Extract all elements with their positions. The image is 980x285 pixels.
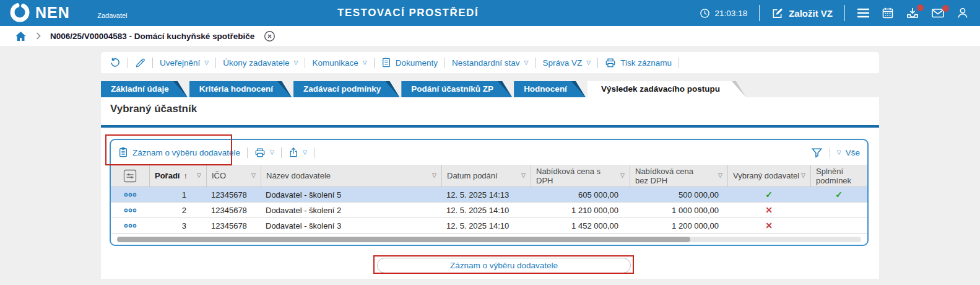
- chevron-down-icon: ▽: [294, 60, 298, 66]
- grid-export-button[interactable]: ▽: [288, 147, 307, 158]
- horizontal-scrollbar[interactable]: [117, 237, 861, 242]
- filter-caret-icon[interactable]: ▽: [251, 173, 256, 178]
- tab-fold: [173, 81, 188, 97]
- record-of-selection-footer-button[interactable]: Záznam o výběru dodavatele: [377, 258, 631, 273]
- top-header: NEN Zadavatel TESTOVACÍ PROSTŘEDÍ 21:03:…: [0, 0, 980, 26]
- filter-caret-icon[interactable]: ▽: [620, 173, 625, 178]
- history-button[interactable]: [110, 57, 121, 68]
- cell-poradi: 1: [149, 187, 206, 202]
- column-header-nazev[interactable]: Název dodavatele ▽: [261, 165, 441, 186]
- user-button[interactable]: [956, 7, 969, 19]
- column-header-ico[interactable]: IČO ▽: [206, 165, 261, 186]
- menu-sprava-vz[interactable]: Správa VZ▽: [542, 58, 591, 68]
- cell-nazev: Dodavatel - školení 2: [261, 203, 441, 217]
- cell-poradi: 3: [149, 218, 206, 233]
- breadcrumb: N006/25/V00004583 - Domácí kuchyňské spo…: [0, 26, 980, 46]
- close-tab-button[interactable]: [264, 30, 275, 42]
- column-header-cena-s-dph[interactable]: Nabídková cena s DPH ▽: [531, 165, 630, 186]
- menu-ukony-zadavatele[interactable]: Úkony zadavatele▽: [223, 58, 298, 68]
- filter-caret-icon[interactable]: ▽: [521, 173, 526, 178]
- menu-nestandardni-stav[interactable]: Nestandardní stav▽: [452, 58, 528, 68]
- breadcrumb-item[interactable]: N006/25/V00004583 - Domácí kuchyňské spo…: [50, 32, 254, 41]
- row-menu-button[interactable]: [111, 218, 149, 233]
- record-of-selection-button[interactable]: Záznam o výběru dodavatele: [118, 147, 240, 158]
- mail-button[interactable]: [931, 7, 945, 19]
- cell-splneni-status: [810, 203, 867, 217]
- filter-caret-icon[interactable]: ▽: [801, 173, 805, 178]
- filter-button[interactable]: [811, 147, 823, 158]
- home-button[interactable]: [15, 31, 27, 42]
- tab-fold: [277, 81, 292, 97]
- create-vz-label: Založit VZ: [789, 8, 833, 19]
- chevron-down-icon: ▽: [204, 60, 209, 66]
- nen-logo-icon: [9, 1, 31, 24]
- row-menu-button[interactable]: [111, 187, 149, 202]
- cell-cena-s-dph: 605 000,00: [531, 187, 630, 202]
- column-header-splneni[interactable]: Splnění podmínek: [810, 165, 867, 186]
- cell-datum: 12. 5. 2025 14:10: [441, 218, 531, 233]
- chevron-down-icon: ▽: [524, 60, 529, 66]
- clock-icon: [700, 8, 710, 19]
- row-menu-button[interactable]: [111, 203, 149, 217]
- divider: [215, 58, 216, 68]
- divider: [759, 5, 760, 21]
- tab-kriteria-hodnoceni[interactable]: Kritéria hodnocení: [189, 81, 292, 97]
- dokumenty-button[interactable]: Dokumenty: [381, 57, 438, 68]
- create-vz-button[interactable]: Založit VZ: [771, 7, 833, 19]
- cell-cena-bez-dph: 500 000,00: [630, 187, 727, 202]
- divider: [305, 58, 305, 68]
- chevron-down-icon: ▽: [303, 150, 307, 156]
- page-title: Vybraný účastník: [110, 103, 197, 115]
- cell-datum: 12. 5. 2025 14:10: [441, 203, 531, 217]
- print-record-button[interactable]: Tisk záznamu: [605, 58, 672, 68]
- tab-zakladni-udaje[interactable]: Základní údaje: [101, 81, 188, 97]
- column-header-cena-bez-dph[interactable]: Nabídková cena bez DPH ▽: [630, 165, 727, 186]
- menu-uverejneni[interactable]: Uveřejnění▽: [160, 58, 209, 68]
- calendar-button[interactable]: [882, 7, 894, 19]
- grid-print-button[interactable]: ▽: [254, 147, 274, 158]
- filter-caret-icon[interactable]: ▽: [197, 173, 201, 178]
- table-row[interactable]: 2 12345678 Dodavatel - školení 2 12. 5. …: [111, 203, 867, 218]
- tab-fold: [732, 81, 746, 97]
- document-icon: [381, 57, 391, 68]
- cell-cena-bez-dph: 1 200 000,00: [630, 218, 727, 233]
- app-window: NEN Zadavatel TESTOVACÍ PROSTŘEDÍ 21:03:…: [0, 0, 980, 285]
- chevron-down-icon: ▽: [837, 150, 841, 156]
- cell-cena-s-dph: 1 210 000,00: [531, 203, 630, 217]
- filter-caret-icon[interactable]: ▽: [718, 173, 722, 178]
- menu-komunikace[interactable]: Komunikace▽: [312, 58, 366, 68]
- cell-ico: 12345678: [206, 218, 261, 233]
- nen-logo[interactable]: NEN Zadavatel: [9, 1, 128, 24]
- cell-splneni-status: ✓: [810, 187, 867, 202]
- tab-fold: [571, 81, 586, 97]
- main-area: Uveřejnění▽ Úkony zadavatele▽ Komunikace…: [0, 46, 980, 285]
- chevron-right-icon: [36, 32, 41, 40]
- results-grid-panel: Záznam o výběru dodavatele ▽: [110, 139, 869, 246]
- tab-vysledek-postupu[interactable]: Výsledek zadávacího postupu: [588, 81, 746, 97]
- scrollbar-thumb[interactable]: [117, 237, 690, 242]
- environment-title: TESTOVACÍ PROSTŘEDÍ: [337, 7, 479, 19]
- filter-caret-icon[interactable]: ▽: [432, 173, 436, 178]
- filter-all-dropdown[interactable]: ▽ Vše: [837, 148, 860, 157]
- column-settings-button[interactable]: [111, 165, 149, 186]
- column-header-datum[interactable]: Datum podání ▽: [441, 165, 531, 186]
- tab-fold: [498, 81, 512, 97]
- cell-datum: 12. 5. 2025 14:13: [441, 187, 531, 202]
- menu-button[interactable]: [857, 8, 870, 18]
- chevron-down-icon: ▽: [363, 60, 367, 66]
- notification-dot: [942, 5, 949, 12]
- tab-fold: [385, 81, 399, 97]
- grid-toolbar: Záznam o výběru dodavatele ▽: [111, 140, 867, 165]
- tab-hodnoceni[interactable]: Hodnocení: [514, 81, 586, 97]
- column-header-vybrany[interactable]: Vybraný dodavatel ▽: [727, 165, 810, 186]
- divider: [444, 58, 445, 68]
- table-row[interactable]: 3 12345678 Dodavatel - školení 3 12. 5. …: [111, 218, 867, 234]
- inbox-button[interactable]: [906, 7, 919, 19]
- chevron-down-icon: ▽: [586, 60, 591, 66]
- tab-podani-ucastniku[interactable]: Podání účastníků ZP: [401, 81, 512, 97]
- edit-button[interactable]: [135, 58, 145, 68]
- table-row[interactable]: 1 12345678 Dodavatel - školení 5 12. 5. …: [111, 187, 867, 203]
- column-header-poradi[interactable]: Pořadí ↑ ▽: [149, 165, 206, 186]
- tab-zadavaci-podminky[interactable]: Zadávací podmínky: [293, 81, 399, 97]
- cell-cena-s-dph: 1 452 000,00: [531, 218, 630, 233]
